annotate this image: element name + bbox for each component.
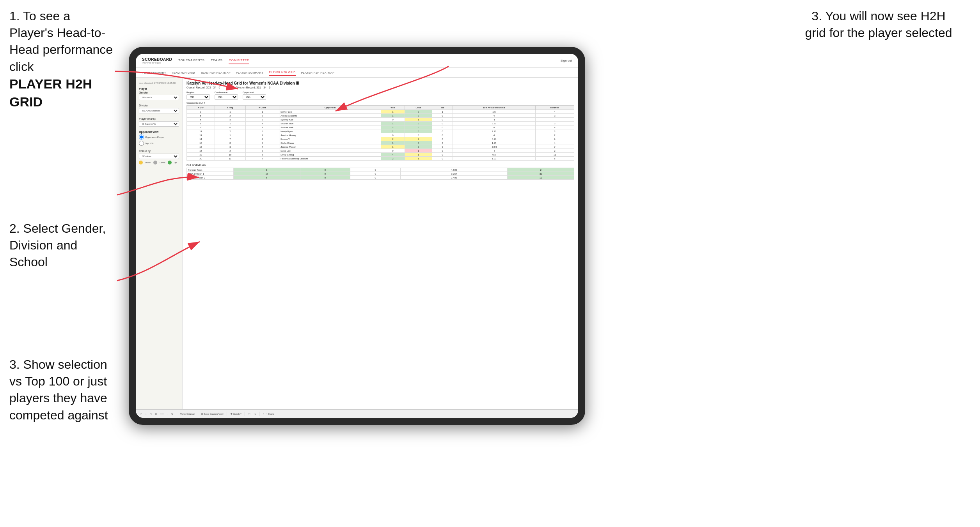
toolbar-view-original[interactable]: View: Original [180,413,195,415]
sign-out-link[interactable]: Sign out [561,59,572,62]
sidebar-division-select[interactable]: NCAA Division III [139,108,179,113]
toolbar-back[interactable]: ← [145,413,147,415]
logo-sub: Powered by clippd [142,62,172,64]
cell-rounds: 4 [536,126,574,129]
toolbar-redo[interactable]: ↪ [150,412,152,415]
cell-win: 1 [381,110,405,114]
out-of-division: Out of division Foreign Team 1 0 0 4.500… [186,164,574,180]
cell-conf: 2 [245,114,279,118]
cell-rounds [536,118,574,122]
sub-nav-player-h2h-grid[interactable]: PLAYER H2H GRID [269,69,296,76]
cell-div: 16 [187,145,215,149]
th-win: Win [381,106,405,110]
sub-nav-team-h2h-heatmap[interactable]: TEAM H2H HEATMAP [201,70,231,76]
cell-rounds: 7 [536,145,574,149]
toolbar-undo[interactable]: ↩ [140,412,142,415]
cell-win: 2 [381,157,405,161]
opponents-label: Opponents: (All) ▾ [186,101,574,104]
sub-nav-player-summary[interactable]: PLAYER SUMMARY [236,70,263,76]
th-opponent: Opponent [279,106,381,110]
division-record: Division Record: 331 - 34 - 6 [236,86,270,89]
step3-left-text: 3. Show selection vs Top 100 or just pla… [9,357,108,422]
cell-opponent: Eunice Yi [279,137,381,141]
logo-text: SCOREBOARD [142,57,172,62]
filter-conference-select[interactable]: (All) [215,94,238,100]
cell-rounds: 3 [536,129,574,133]
cell-tie: 0 [432,118,453,122]
cell-div: 13 [187,133,215,137]
nav-tournaments[interactable]: TOURNAMENTS [178,57,204,64]
toolbar-sort[interactable]: ↑↓ [254,413,256,415]
cell-win: 2 [381,137,405,141]
instruction-step3-right: 3. You will now see H2H grid for the pla… [801,8,957,41]
data-table: # Div # Reg # Conf Opponent Win Loss Tie… [186,105,574,161]
sub-nav-player-h2h-heatmap[interactable]: PLAYER H2H HEATMAP [301,70,335,76]
cell-opponent: Jessica Mason [279,145,381,149]
radio-opponents-played[interactable]: Opponents Played [139,134,179,140]
sidebar-player-label: Player [139,87,179,90]
ood-cell-opponent: Foreign Team [187,168,234,172]
cell-diff: 1.25 [453,141,535,145]
cell-win: 1 [381,141,405,145]
nav-bar: SCOREBOARD Powered by clippd TOURNAMENTS… [136,54,578,68]
toolbar-grid[interactable]: ⊡ [155,412,157,415]
filter-row: Region (All) Conference (All) Opponent [186,91,574,100]
cell-tie: 0 [432,157,453,161]
sidebar-player-rank-select[interactable]: 8. Katelyn Vo [139,121,179,127]
cell-rounds: 11 [536,153,574,157]
instruction-step2: 2. Select Gender, Division and School [9,220,115,271]
sidebar-colour-label: Colour by [139,150,179,152]
cell-tie: 0 [432,133,453,137]
table-row: 19 10 6 Emily Chang 4 1 0 0.3 11 [187,153,574,157]
sub-nav-team-summary[interactable]: TEAM SUMMARY [142,70,166,76]
toolbar-watch[interactable]: 👁 Watch ▾ [230,412,241,415]
filter-opponent-select[interactable]: (All) [243,94,266,100]
th-conf: # Conf [245,106,279,110]
ood-cell-loss: 0 [300,168,350,172]
out-of-division-title: Out of division [186,164,574,166]
nav-committee[interactable]: COMMITTEE [229,57,249,64]
cell-div: 18 [187,149,215,153]
radio-top100-input[interactable] [139,141,144,146]
toolbar-layout[interactable]: ⬚ [248,412,250,415]
cell-conf: 4 [245,122,279,126]
ood-cell-rounds: 10 [508,176,574,180]
toolbar-reset[interactable]: ↩↩ [160,412,164,415]
radio-opponents-input[interactable] [139,134,144,140]
radio-top100[interactable]: Top 100 [139,141,179,146]
tablet-screen: SCOREBOARD Powered by clippd TOURNAMENTS… [136,54,578,418]
toolbar-share[interactable]: ⋮⋮ Share [263,412,274,415]
cell-loss: 0 [405,114,432,118]
sidebar-gender-select[interactable]: Women's [139,95,179,100]
nav-teams[interactable]: TEAMS [211,57,222,64]
cell-tie: 0 [432,149,453,153]
cell-conf: 4 [245,145,279,149]
sidebar-colour-select[interactable]: Win/loss [139,154,179,159]
toolbar-clock[interactable]: ⏱ [171,413,174,415]
toolbar-save-custom[interactable]: ⊞ Save Custom View [201,412,224,415]
cell-opponent: Sharon Mun [279,122,381,126]
cell-conf: 4 [245,137,279,141]
step3-right-text: 3. You will now see H2H grid for the pla… [805,9,952,40]
sidebar-player-rank-section: Player (Rank) 8. Katelyn Vo [139,117,179,127]
toolbar-dot[interactable]: · [167,413,168,415]
filter-region-select[interactable]: (All) [186,94,210,100]
cell-win: 2 [381,126,405,129]
cell-rounds: 2 [536,133,574,137]
table-row: 16 3 4 Jessica Mason 1 2 0 -0.94 7 [187,145,574,149]
division-record-label: Division Record: [236,86,256,89]
sub-nav-team-h2h-grid[interactable]: TEAM H2H GRID [172,70,195,76]
colour-dot-down [139,161,143,164]
th-tie: Tie [432,106,453,110]
cell-rounds: 6 [536,157,574,161]
instruction-step1: 1. To see a Player's Head-to-Head perfor… [9,8,115,111]
cell-win: 0 [381,118,405,122]
filter-conference: Conference (All) [215,91,238,100]
cell-reg: 3 [215,145,245,149]
cell-div: 9 [187,122,215,126]
table-row: 9 1 4 Sharon Mun 1 0 0 3.67 3 [187,122,574,126]
ood-cell-diff: 7.400 [401,176,508,180]
cell-win: 0 [381,149,405,153]
grid-records: Overall Record: 353 - 34 - 6 Division Re… [186,86,574,89]
sidebar-division-section: Division NCAA Division III [139,104,179,113]
